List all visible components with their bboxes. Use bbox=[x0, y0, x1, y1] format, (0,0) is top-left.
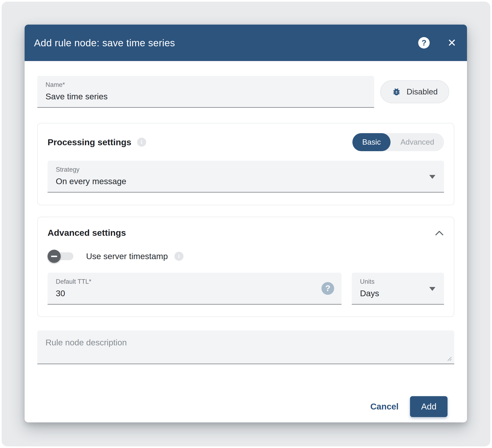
default-ttl-field[interactable]: Default TTL* 30 ? bbox=[48, 273, 341, 305]
help-icon[interactable]: ? bbox=[418, 37, 430, 49]
use-server-timestamp-info-icon[interactable]: i bbox=[174, 252, 184, 261]
default-ttl-label: Default TTL* bbox=[56, 278, 333, 285]
name-field-value: Save time series bbox=[45, 92, 366, 101]
description-placeholder: Rule node description bbox=[45, 338, 446, 348]
debug-mode-button[interactable]: Disabled bbox=[380, 80, 449, 103]
name-field[interactable]: Name* Save time series bbox=[37, 76, 374, 108]
chevron-up-icon bbox=[435, 230, 444, 236]
dropdown-arrow-icon bbox=[429, 175, 435, 179]
toggle-thumb bbox=[48, 250, 61, 263]
processing-settings-card: Processing settings i Basic Advanced Str… bbox=[37, 123, 454, 205]
cancel-button[interactable]: Cancel bbox=[370, 402, 399, 411]
dialog-title: Add rule node: save time series bbox=[34, 37, 175, 49]
units-select[interactable]: Units Days bbox=[352, 273, 444, 305]
default-ttl-value: 30 bbox=[56, 289, 333, 298]
use-server-timestamp-row: Use server timestamp i bbox=[48, 250, 444, 263]
processing-mode-toggle: Basic Advanced bbox=[352, 133, 444, 151]
mode-toggle-basic[interactable]: Basic bbox=[352, 133, 390, 151]
add-button[interactable]: Add bbox=[410, 396, 448, 417]
advanced-settings-header: Advanced settings bbox=[48, 228, 444, 238]
rule-node-description-textarea[interactable]: Rule node description bbox=[37, 330, 454, 364]
name-row: Name* Save time series Disabled bbox=[37, 76, 454, 108]
resize-handle-icon[interactable] bbox=[447, 356, 452, 362]
advanced-settings-title: Advanced settings bbox=[48, 228, 126, 238]
strategy-value: On every message bbox=[56, 177, 436, 186]
add-rule-node-dialog: Add rule node: save time series ? ✕ Name… bbox=[25, 25, 467, 422]
processing-settings-header: Processing settings i Basic Advanced bbox=[48, 133, 444, 151]
units-label: Units bbox=[360, 278, 436, 285]
bug-icon bbox=[392, 87, 401, 97]
use-server-timestamp-toggle[interactable] bbox=[48, 250, 74, 263]
name-field-label: Name* bbox=[45, 81, 366, 89]
close-icon[interactable]: ✕ bbox=[447, 38, 456, 48]
ttl-row: Default TTL* 30 ? Units Days bbox=[48, 273, 444, 305]
processing-settings-title: Processing settings bbox=[48, 137, 131, 147]
strategy-select[interactable]: Strategy On every message bbox=[48, 161, 444, 193]
dropdown-arrow-icon bbox=[429, 287, 435, 291]
collapse-section-button[interactable] bbox=[435, 230, 444, 236]
strategy-label: Strategy bbox=[56, 166, 436, 173]
dialog-content: Name* Save time series Disabled Processi… bbox=[25, 61, 467, 422]
mode-toggle-advanced[interactable]: Advanced bbox=[390, 133, 444, 151]
use-server-timestamp-label: Use server timestamp bbox=[86, 251, 168, 261]
dialog-footer: Cancel Add bbox=[37, 396, 454, 417]
ttl-help-icon[interactable]: ? bbox=[321, 282, 334, 295]
debug-mode-label: Disabled bbox=[407, 87, 438, 96]
units-value: Days bbox=[360, 289, 436, 298]
processing-info-icon[interactable]: i bbox=[137, 138, 146, 147]
advanced-settings-card: Advanced settings Use server timestamp i bbox=[37, 217, 454, 317]
dialog-header: Add rule node: save time series ? ✕ bbox=[25, 25, 467, 61]
